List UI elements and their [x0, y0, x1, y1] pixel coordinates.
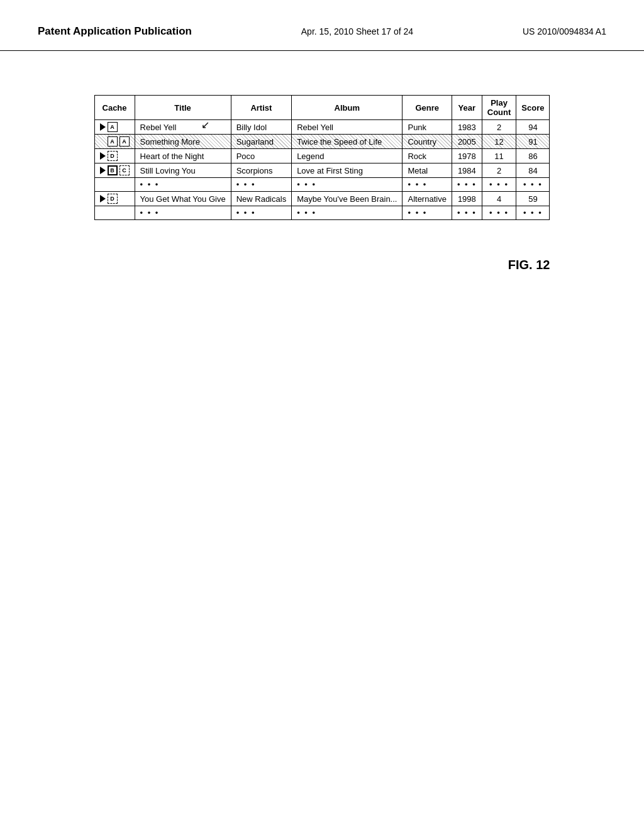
- table-row: AASomething MoreSugarlandTwice the Speed…: [94, 135, 550, 149]
- cell-genre: • • •: [402, 178, 452, 192]
- cell-artist: • • •: [231, 206, 291, 220]
- cell-album: Maybe You've Been Brain...: [292, 192, 402, 206]
- cell-play_count: 2: [482, 163, 516, 178]
- triangle-icon: [100, 195, 106, 202]
- table-row: DHeart of the NightPocoLegendRock1978118…: [94, 149, 550, 163]
- cache-cell: A: [94, 120, 135, 135]
- triangle-icon: [100, 167, 106, 174]
- cell-album: • • •: [292, 206, 402, 220]
- cell-album: • • •: [292, 178, 402, 192]
- col-header-genre: Genre: [402, 96, 452, 120]
- cell-artist: Scorpions: [231, 163, 291, 178]
- cell-genre: Country: [402, 135, 452, 149]
- ellipsis: • • •: [489, 208, 509, 218]
- cell-title: Heart of the Night: [135, 149, 231, 163]
- col-header-score: Score: [516, 96, 550, 120]
- cell-play_count: 2: [482, 120, 516, 135]
- table-row: DYou Get What You GiveNew RadicalsMaybe …: [94, 192, 550, 206]
- cell-title: Rebel Yell: [135, 120, 231, 135]
- cell-title: You Get What You Give: [135, 192, 231, 206]
- patent-number: US 2010/0094834 A1: [523, 26, 606, 36]
- cell-year: 1998: [452, 192, 482, 206]
- cell-year: 2005: [452, 135, 482, 149]
- sheet-info: Apr. 15, 2010 Sheet 17 of 24: [301, 26, 413, 36]
- col-header-cache: Cache: [94, 96, 135, 120]
- cell-play_count: 11: [482, 149, 516, 163]
- cache-cell: [94, 178, 135, 192]
- cell-genre: Alternative: [402, 192, 452, 206]
- cell-artist: Poco: [231, 149, 291, 163]
- col-header-title: Title: [135, 96, 231, 120]
- cell-score: 91: [516, 135, 550, 149]
- page-header: Patent Application Publication Apr. 15, …: [0, 0, 644, 51]
- table-row: BCStill Loving YouScorpionsLove at First…: [94, 163, 550, 178]
- table-row: ARebel YellBilly IdolRebel YellPunk19832…: [94, 120, 550, 135]
- ellipsis: • • •: [236, 208, 256, 218]
- main-content: 32 ↙ Cache Title Artist Album Genre Year…: [0, 57, 644, 310]
- cell-title: Still Loving You: [135, 163, 231, 178]
- cell-genre: • • •: [402, 206, 452, 220]
- cache-cell: AA: [94, 135, 135, 149]
- ellipsis: • • •: [297, 208, 316, 218]
- ellipsis: • • •: [457, 208, 477, 218]
- cell-play_count: • • •: [482, 178, 516, 192]
- cell-year: 1983: [452, 120, 482, 135]
- table-row: • • •• • •• • •• • •• • •• • •• • •: [94, 206, 550, 220]
- cache-icon-a: A: [108, 122, 118, 132]
- table-row: • • •• • •• • •• • •• • •• • •• • •: [94, 178, 550, 192]
- cell-artist: • • •: [231, 178, 291, 192]
- cell-score: 59: [516, 192, 550, 206]
- cell-year: 1978: [452, 149, 482, 163]
- cell-score: • • •: [516, 206, 550, 220]
- ellipsis: • • •: [236, 180, 256, 189]
- col-header-album: Album: [292, 96, 402, 120]
- cell-year: 1984: [452, 163, 482, 178]
- cell-year: • • •: [452, 178, 482, 192]
- ellipsis: • • •: [408, 208, 427, 218]
- ellipsis: • • •: [523, 180, 543, 189]
- cell-genre: Punk: [402, 120, 452, 135]
- cell-genre: Rock: [402, 149, 452, 163]
- ellipsis: • • •: [140, 180, 160, 189]
- triangle-icon: [100, 123, 106, 131]
- ellipsis: • • •: [297, 180, 316, 189]
- col-header-year: Year: [452, 96, 482, 120]
- cache-cell: D: [94, 149, 135, 163]
- cell-artist: New Radicals: [231, 192, 291, 206]
- cell-artist: Sugarland: [231, 135, 291, 149]
- cell-album: Twice the Speed of Life: [292, 135, 402, 149]
- cell-album: Love at First Sting: [292, 163, 402, 178]
- cell-title: • • •: [135, 206, 231, 220]
- publication-label: Patent Application Publication: [38, 25, 192, 38]
- ellipsis: • • •: [523, 208, 543, 218]
- cache-icon-a: A: [108, 136, 118, 147]
- cell-year: • • •: [452, 206, 482, 220]
- col-header-play-count: PlayCount: [482, 96, 516, 120]
- cell-album: Legend: [292, 149, 402, 163]
- triangle-icon: [100, 152, 106, 160]
- cache-cell: BC: [94, 163, 135, 178]
- cell-genre: Metal: [402, 163, 452, 178]
- table-header-row: Cache Title Artist Album Genre Year Play…: [94, 96, 550, 120]
- cache-icon-b: B: [108, 165, 118, 175]
- ellipsis: • • •: [140, 208, 160, 218]
- cell-score: 94: [516, 120, 550, 135]
- cell-play_count: 12: [482, 135, 516, 149]
- data-table: Cache Title Artist Album Genre Year Play…: [94, 95, 550, 220]
- cell-artist: Billy Idol: [231, 120, 291, 135]
- ellipsis: • • •: [408, 180, 427, 189]
- cell-score: 84: [516, 163, 550, 178]
- cell-title: Something More: [135, 135, 231, 149]
- figure-container: Cache Title Artist Album Genre Year Play…: [94, 95, 550, 272]
- cache-cell: D: [94, 192, 135, 206]
- cache-cell: [94, 206, 135, 220]
- cell-play_count: 4: [482, 192, 516, 206]
- col-header-artist: Artist: [231, 96, 291, 120]
- cache-icon-d: D: [108, 194, 118, 204]
- ellipsis: • • •: [457, 180, 477, 189]
- cache-icon-a: A: [119, 136, 130, 147]
- figure-label: FIG. 12: [508, 258, 550, 272]
- cache-icon-c: C: [119, 165, 130, 175]
- cell-album: Rebel Yell: [292, 120, 402, 135]
- cell-score: 86: [516, 149, 550, 163]
